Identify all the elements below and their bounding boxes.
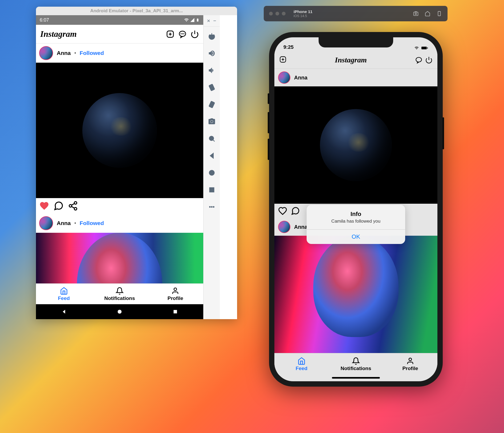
tab-label: Notifications [104, 295, 135, 301]
svg-rect-33 [438, 11, 440, 16]
battery-icon [196, 18, 200, 22]
power-icon[interactable] [208, 33, 216, 40]
follow-status-link[interactable]: Followed [80, 220, 104, 226]
svg-point-13 [174, 288, 177, 290]
minimize-icon[interactable] [213, 19, 217, 23]
bottom-tab-bar: Feed Notifications Profile [274, 353, 437, 375]
bell-icon [116, 287, 124, 295]
zoom-icon[interactable] [208, 135, 216, 142]
home-icon[interactable] [208, 169, 216, 177]
volume-up-button[interactable] [268, 112, 269, 133]
post-image[interactable] [274, 86, 437, 204]
battery-icon [421, 46, 428, 50]
user-avatar[interactable] [39, 46, 53, 60]
alert-ok-button[interactable]: OK [307, 229, 405, 244]
post-image[interactable] [36, 233, 203, 283]
bottom-tab-bar: Feed Notifications Profile [36, 283, 203, 304]
tab-profile[interactable]: Profile [383, 353, 437, 375]
window-traffic-lights[interactable] [269, 12, 286, 15]
user-icon [171, 287, 179, 295]
post-username[interactable]: Anna [294, 75, 307, 81]
iphone-device-frame: 9:25 Instagram Anna [269, 32, 443, 387]
svg-rect-15 [174, 310, 177, 314]
tab-label: Profile [168, 295, 183, 301]
power-button[interactable] [442, 117, 444, 149]
tab-feed[interactable]: Feed [274, 353, 329, 375]
android-navigation-bar [36, 304, 203, 319]
svg-point-28 [209, 206, 210, 208]
tab-feed[interactable]: Feed [36, 284, 92, 304]
post-header: Anna [274, 69, 437, 86]
share-icon[interactable] [68, 201, 78, 211]
rotate-left-icon[interactable] [208, 84, 216, 91]
like-icon[interactable] [278, 206, 287, 215]
minimize-window-icon[interactable] [275, 12, 279, 15]
screenshot-icon[interactable] [413, 11, 419, 17]
post-image[interactable] [274, 236, 437, 353]
android-status-bar: 6:07 [36, 15, 203, 25]
like-icon[interactable] [39, 201, 49, 211]
emulator-sidebar [203, 15, 220, 319]
volume-down-icon[interactable] [208, 67, 216, 74]
home-nav-icon[interactable] [117, 309, 123, 315]
post-username[interactable]: Anna [57, 220, 71, 226]
volume-down-button[interactable] [268, 139, 269, 160]
wifi-icon [414, 46, 419, 50]
svg-rect-27 [209, 188, 214, 192]
svg-point-9 [69, 205, 72, 207]
post-image[interactable] [36, 63, 203, 198]
user-avatar[interactable] [39, 216, 53, 230]
post-username[interactable]: Anna [57, 50, 71, 56]
comment-icon[interactable] [291, 206, 300, 215]
post-header: Anna • Followed [36, 214, 203, 233]
home-icon[interactable] [425, 11, 430, 17]
messages-icon[interactable] [415, 56, 422, 64]
ios-alert-dialog: Info Camila has followed you OK [307, 205, 405, 244]
user-icon [406, 357, 414, 365]
user-avatar[interactable] [278, 71, 290, 84]
post-username[interactable]: Anna [294, 224, 307, 230]
power-icon[interactable] [425, 56, 433, 64]
back-nav-icon[interactable] [61, 309, 67, 315]
iphone-notch [319, 37, 393, 47]
camera-icon[interactable] [208, 118, 216, 125]
android-window-titlebar[interactable]: Android Emulator - Pixel_3a_API_31_arm..… [36, 7, 237, 15]
maximize-window-icon[interactable] [282, 12, 286, 15]
comment-icon[interactable] [54, 201, 64, 211]
portrait-illustration [77, 233, 162, 283]
svg-rect-20 [209, 84, 215, 91]
tab-notifications[interactable]: Notifications [92, 284, 147, 304]
volume-up-icon[interactable] [208, 50, 216, 57]
home-icon [298, 357, 306, 365]
ios-simulator-toolbar[interactable]: iPhone 11 iOS 14.5 [264, 6, 448, 21]
device-icon[interactable] [436, 11, 442, 17]
recents-nav-icon[interactable] [172, 309, 178, 315]
instagram-logo[interactable]: Instagram [335, 56, 367, 64]
mute-switch[interactable] [268, 93, 269, 104]
post-header: Anna • Followed [36, 43, 203, 63]
svg-point-5 [182, 34, 182, 34]
power-icon[interactable] [190, 30, 199, 38]
more-icon[interactable] [208, 203, 216, 211]
messages-icon[interactable] [178, 30, 187, 38]
status-time: 9:25 [283, 44, 294, 50]
tab-label: Profile [402, 366, 418, 371]
overview-icon[interactable] [208, 186, 216, 194]
tab-profile[interactable]: Profile [148, 284, 203, 304]
close-icon[interactable] [207, 19, 210, 23]
svg-line-23 [213, 140, 214, 142]
back-icon[interactable] [208, 152, 216, 159]
portrait-illustration [313, 236, 399, 337]
app-header: Instagram [36, 25, 203, 43]
earth-illustration [320, 109, 392, 181]
close-window-icon[interactable] [269, 12, 273, 15]
tab-notifications[interactable]: Notifications [329, 353, 383, 375]
instagram-logo[interactable]: Instagram [40, 29, 77, 39]
add-post-icon[interactable] [166, 30, 174, 38]
user-avatar[interactable] [278, 221, 290, 233]
add-post-icon[interactable] [279, 56, 287, 63]
svg-point-30 [213, 206, 214, 208]
home-indicator[interactable] [332, 377, 380, 379]
rotate-right-icon[interactable] [208, 101, 216, 108]
follow-status-link[interactable]: Followed [80, 50, 104, 56]
